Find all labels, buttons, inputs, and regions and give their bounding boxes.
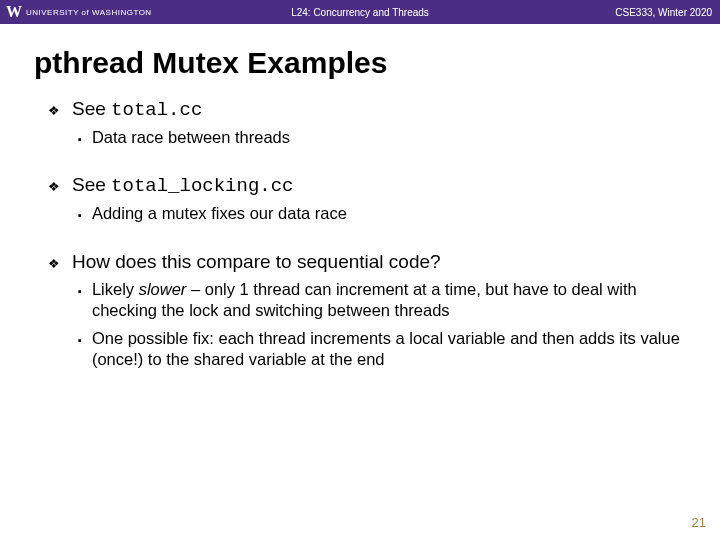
- uw-logo: W: [6, 3, 22, 21]
- sub-bullet-text: Data race between threads: [92, 127, 290, 148]
- bullet-text: See total.cc: [72, 98, 202, 121]
- diamond-bullet-icon: ❖: [48, 103, 60, 118]
- sub-bullet-item: ▪ Likely slower – only 1 thread can incr…: [78, 279, 682, 322]
- bullet-item: ❖ See total.cc: [48, 98, 682, 121]
- sub-bullet-item: ▪ Adding a mutex fixes our data race: [78, 203, 682, 224]
- diamond-bullet-icon: ❖: [48, 179, 60, 194]
- bullet-text: How does this compare to sequential code…: [72, 251, 441, 273]
- square-bullet-icon: ▪: [78, 333, 82, 347]
- university-name: UNIVERSITY of WASHINGTON: [26, 8, 152, 17]
- sub-bullet-text: One possible fix: each thread increments…: [92, 328, 682, 371]
- course-info: CSE333, Winter 2020: [615, 7, 712, 18]
- square-bullet-icon: ▪: [78, 208, 82, 222]
- square-bullet-icon: ▪: [78, 284, 82, 298]
- bullet-item: ❖ See total_locking.cc: [48, 174, 682, 197]
- diamond-bullet-icon: ❖: [48, 256, 60, 271]
- sub-bullet-item: ▪ Data race between threads: [78, 127, 682, 148]
- slide-title: pthread Mutex Examples: [34, 46, 720, 80]
- lecture-title: L24: Concurrency and Threads: [291, 7, 429, 18]
- bullet-text: See total_locking.cc: [72, 174, 294, 197]
- sub-bullet-text: Likely slower – only 1 thread can increm…: [92, 279, 682, 322]
- slide-content: ❖ See total.cc ▪ Data race between threa…: [0, 98, 720, 371]
- slide-number: 21: [692, 515, 706, 530]
- sub-bullet-item: ▪ One possible fix: each thread incremen…: [78, 328, 682, 371]
- bullet-item: ❖ How does this compare to sequential co…: [48, 251, 682, 273]
- slide-header: W UNIVERSITY of WASHINGTON L24: Concurre…: [0, 0, 720, 24]
- sub-bullet-text: Adding a mutex fixes our data race: [92, 203, 347, 224]
- square-bullet-icon: ▪: [78, 132, 82, 146]
